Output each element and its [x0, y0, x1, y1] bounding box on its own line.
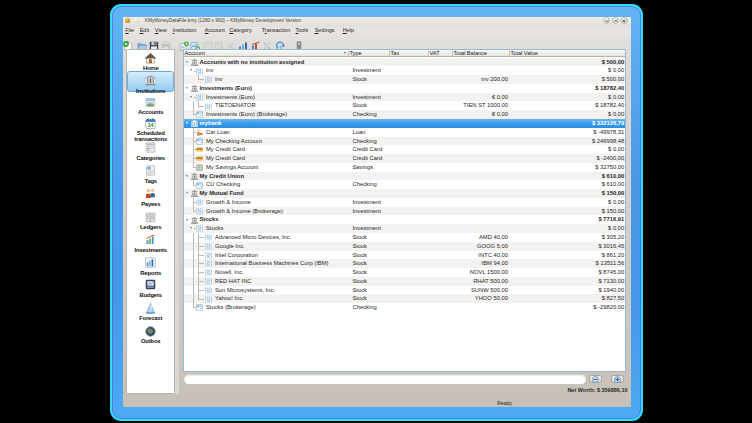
- svg-text:14: 14: [148, 122, 154, 128]
